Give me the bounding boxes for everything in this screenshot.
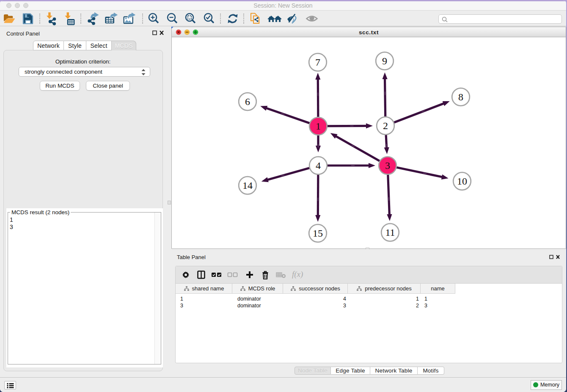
svg-text:1: 1 xyxy=(316,121,321,132)
svg-text:8: 8 xyxy=(458,91,463,102)
svg-text:11: 11 xyxy=(385,227,395,238)
svg-text:4: 4 xyxy=(316,160,321,171)
svg-text:2: 2 xyxy=(383,120,388,131)
svg-text:10: 10 xyxy=(457,176,467,187)
svg-text:15: 15 xyxy=(313,228,323,239)
svg-text:3: 3 xyxy=(385,160,390,171)
svg-text:9: 9 xyxy=(382,55,387,66)
svg-text:7: 7 xyxy=(315,57,320,68)
svg-text:14: 14 xyxy=(242,180,253,191)
svg-text:6: 6 xyxy=(245,96,250,107)
